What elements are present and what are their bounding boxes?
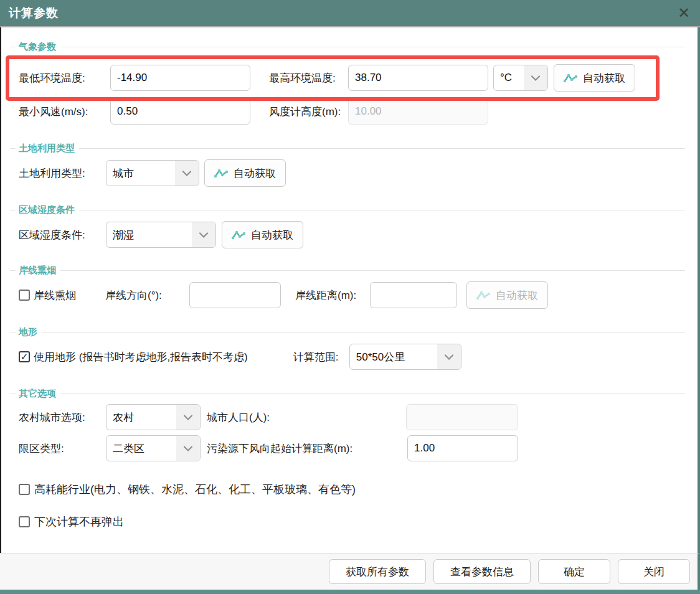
view-params-info-button[interactable]: 查看参数信息 <box>433 559 531 584</box>
close-icon[interactable]: ✕ <box>678 6 690 21</box>
activity-pulse-icon <box>476 290 490 300</box>
zone-label: 限区类型: <box>19 441 106 456</box>
chevron-down-icon <box>524 65 547 90</box>
rural-row: 农村城市选项: 农村 城市人口(人): <box>19 403 685 431</box>
downwind-label: 污染源下风向起始计算距离(m): <box>207 441 403 456</box>
auto-fetch-shoreline-button: 自动获取 <box>466 281 548 309</box>
auto-fetch-label: 自动获取 <box>251 228 293 242</box>
section-title-other: 其它选项 <box>10 388 685 400</box>
dialog-header: 计算参数 ✕ <box>0 0 700 26</box>
population-label: 城市人口(人): <box>207 410 278 425</box>
landuse-select[interactable]: 城市 <box>106 160 199 186</box>
rural-select[interactable]: 农村 <box>106 404 201 430</box>
temp-unit-value: °C <box>494 72 524 84</box>
section-title-meteo: 气象参数 <box>10 41 685 53</box>
chevron-down-icon <box>176 436 200 461</box>
no-popup-checkbox[interactable]: ✓ <box>19 516 30 527</box>
auto-fetch-temp-button[interactable]: 自动获取 <box>554 64 635 92</box>
section-title-shoreline: 岸线熏烟 <box>10 265 685 276</box>
shoreline-direction-label: 岸线方向(°): <box>105 288 189 303</box>
min-wind-input[interactable] <box>110 98 250 125</box>
terrain-checkbox[interactable]: ✓ <box>19 351 30 362</box>
activity-pulse-icon <box>214 168 228 178</box>
activity-pulse-icon <box>564 73 577 83</box>
temp-unit-select[interactable]: °C <box>493 65 548 91</box>
min-wind-label: 最小风速(m/s): <box>19 105 110 119</box>
calc-range-label: 计算范围: <box>293 350 349 364</box>
section-title-terrain: 地形 <box>10 326 685 338</box>
no-popup-row: ✓ 下次计算不再弹出 <box>19 514 685 529</box>
close-button[interactable]: 关闭 <box>618 559 690 584</box>
humidity-row: 区域湿度条件: 潮湿 自动获取 <box>19 221 685 248</box>
auto-fetch-humidity-button[interactable]: 自动获取 <box>222 221 303 248</box>
zone-value: 二类区 <box>106 441 176 456</box>
humidity-value: 潮湿 <box>106 228 192 242</box>
meteo-wind-row: 最小风速(m/s): 风度计高度(m): <box>19 98 685 125</box>
bottom-accent-bar <box>0 590 700 594</box>
chevron-down-icon <box>176 405 200 430</box>
humidity-select[interactable]: 潮湿 <box>106 222 216 248</box>
landuse-row: 土地利用类型: 城市 自动获取 <box>19 159 685 187</box>
energy-industry-row: ✓ 高耗能行业(电力、钢铁、水泥、石化、化工、平板玻璃、有色等) <box>19 482 685 497</box>
zone-select[interactable]: 二类区 <box>106 435 201 461</box>
auto-fetch-landuse-button[interactable]: 自动获取 <box>204 159 286 187</box>
landuse-value: 城市 <box>106 166 175 181</box>
shoreline-checkbox[interactable]: ✓ <box>19 290 30 301</box>
confirm-button[interactable]: 确定 <box>538 559 610 584</box>
min-temp-label: 最低环境温度: <box>19 71 110 85</box>
downwind-input[interactable] <box>407 435 518 461</box>
terrain-checkbox-label: 使用地形 (报告书时考虑地形,报告表时不考虑) <box>34 350 248 364</box>
meteo-temp-row: 最低环境温度: 最高环境温度: °C 自动获取 <box>19 64 685 92</box>
rural-label: 农村城市选项: <box>19 410 106 425</box>
calc-range-select[interactable]: 50*50公里 <box>349 344 461 370</box>
auto-fetch-label: 自动获取 <box>234 166 276 181</box>
anemometer-height-label: 风度计高度(m): <box>269 105 348 119</box>
max-temp-input[interactable] <box>348 65 488 91</box>
dialog-body: 气象参数 最低环境温度: 最高环境温度: °C 自动获取 最小风速(m/s): … <box>0 27 700 553</box>
humidity-label: 区域湿度条件: <box>19 228 106 242</box>
shoreline-distance-input[interactable] <box>370 282 457 308</box>
min-temp-input[interactable] <box>110 65 250 91</box>
auto-fetch-label: 自动获取 <box>496 288 538 303</box>
chevron-down-icon <box>192 222 215 247</box>
chevron-down-icon <box>437 344 461 369</box>
shoreline-direction-input[interactable] <box>189 282 281 308</box>
energy-industry-label: 高耗能行业(电力、钢铁、水泥、石化、化工、平板玻璃、有色等) <box>34 482 356 497</box>
max-temp-label: 最高环境温度: <box>269 71 348 85</box>
dialog-footer: 获取所有参数 查看参数信息 确定 关闭 <box>0 553 700 590</box>
population-input <box>406 404 518 430</box>
calc-range-value: 50*50公里 <box>350 350 437 364</box>
activity-pulse-icon <box>232 230 245 240</box>
shoreline-row: ✓ 岸线熏烟 岸线方向(°): 岸线距离(m): 自动获取 <box>19 281 685 309</box>
get-all-params-button[interactable]: 获取所有参数 <box>329 559 426 584</box>
terrain-row: ✓ 使用地形 (报告书时考虑地形,报告表时不考虑) 计算范围: 50*50公里 <box>19 343 685 370</box>
chevron-down-icon <box>175 161 199 186</box>
shoreline-checkbox-label: 岸线熏烟 <box>34 288 76 303</box>
dialog-title: 计算参数 <box>9 5 59 21</box>
rural-value: 农村 <box>106 410 176 425</box>
auto-fetch-label: 自动获取 <box>583 71 625 85</box>
energy-industry-checkbox[interactable]: ✓ <box>19 484 30 495</box>
calc-params-dialog: 计算参数 ✕ 气象参数 最低环境温度: 最高环境温度: °C 自动获取 最小风 <box>0 0 700 594</box>
anemometer-height-input <box>348 98 488 125</box>
zone-row: 限区类型: 二类区 污染源下风向起始计算距离(m): <box>19 435 685 462</box>
no-popup-label: 下次计算不再弹出 <box>34 514 124 529</box>
shoreline-distance-label: 岸线距离(m): <box>295 288 370 303</box>
landuse-label: 土地利用类型: <box>19 166 106 181</box>
section-title-landuse: 土地利用类型 <box>10 143 685 154</box>
section-title-humidity: 区域湿度条件 <box>10 204 685 216</box>
